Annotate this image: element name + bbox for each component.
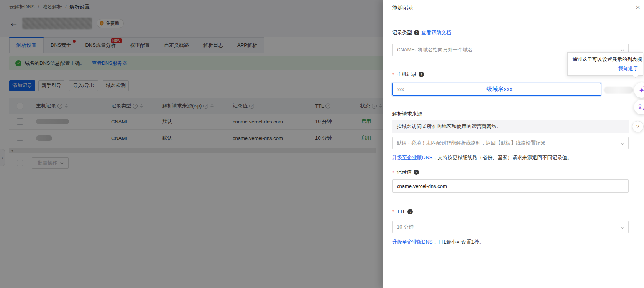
drawer-title: 添加记录 — [392, 4, 414, 11]
tooltip-confirm-link[interactable]: 我知道了 — [618, 65, 638, 72]
chevron-down-icon — [621, 48, 624, 51]
record-value-label-text: 记录值 — [397, 169, 412, 176]
drawer-header: 添加记录 × — [383, 0, 644, 16]
add-record-drawer: 添加记录 × 记录类型 ? 查看帮助文档 CNAME- 将域名指向另外一个域名 … — [383, 0, 644, 288]
dns-console-page: 云解析DNS/域名解析/解析设置 ← 免费版 解析设置 DNS安全 DNS流量分… — [0, 0, 644, 288]
translate-icon: 文A — [637, 103, 644, 111]
record-value-input[interactable]: cname.vercel-dns.com — [392, 179, 629, 193]
close-icon[interactable]: × — [636, 3, 640, 12]
isp-upgrade-note: 升级至企业版DNS，支持按更精细线路（省份、国家）请求来源返回不同记录值。 — [392, 154, 572, 161]
record-type-value: CNAME- 将域名指向另外一个域名 — [397, 46, 473, 53]
record-type-label: 记录类型 ? 查看帮助文档 — [392, 29, 451, 36]
host-record-label: * 主机记录 ? — [392, 71, 424, 78]
host-record-input[interactable]: xxx 二级域名xxx — [392, 83, 601, 96]
upgrade-enterprise-dns-link[interactable]: 升级至企业版DNS — [392, 155, 432, 160]
question-icon: ? — [636, 123, 639, 130]
column-settings-tooltip: 通过这里可以设置展示的列表项 我知道了 — [567, 52, 643, 76]
ttl-label-text: TTL — [397, 209, 406, 214]
ttl-upgrade-note: 升级至企业版DNS，TTL最小可设置1秒。 — [392, 239, 484, 245]
host-record-ime-hint: 二级域名xxx — [393, 86, 601, 93]
ttl-select[interactable]: 10 分钟 — [392, 221, 629, 233]
tooltip-text: 通过这里可以设置展示的列表项 — [572, 56, 638, 63]
chevron-down-icon — [621, 225, 624, 229]
help-icon[interactable]: ? — [414, 30, 419, 35]
view-help-doc-link[interactable]: 查看帮助文档 — [421, 29, 451, 36]
generate-suggestion-redacted — [604, 87, 633, 94]
isp-source-description: 指域名访问者所在的地区和使用的运营商网络。 — [392, 120, 629, 133]
required-asterisk: * — [392, 209, 394, 214]
record-value-text: cname.vercel-dns.com — [397, 183, 447, 189]
upgrade-enterprise-dns-link[interactable]: 升级至企业版DNS — [392, 239, 432, 245]
isp-line-select[interactable]: 默认 - 必填！未匹配到智能解析线路时，返回【默认】线路设置结果 — [392, 137, 629, 149]
help-icon[interactable]: ? — [407, 209, 413, 214]
record-type-label-text: 记录类型 — [392, 29, 412, 36]
isp-source-label: 解析请求来源 — [392, 110, 422, 117]
isp-source-label-text: 解析请求来源 — [392, 110, 422, 117]
help-float-button[interactable]: ? — [632, 121, 644, 132]
required-asterisk: * — [392, 72, 394, 77]
chevron-down-icon — [621, 141, 624, 145]
drawer-mask-overlay[interactable] — [0, 0, 383, 288]
ttl-value: 10 分钟 — [397, 224, 414, 230]
isp-upgrade-note-text: ，支持按更精细线路（省份、国家）请求来源返回不同记录值。 — [432, 155, 572, 160]
sparkle-icon: ✦ — [642, 85, 644, 89]
help-icon[interactable]: ? — [419, 72, 424, 77]
required-asterisk: * — [392, 170, 394, 175]
host-record-label-text: 主机记录 — [397, 71, 417, 78]
ttl-upgrade-note-text: ，TTL最小可设置1秒。 — [432, 239, 484, 245]
record-value-label: * 记录值 ? — [392, 169, 419, 176]
ttl-label: * TTL ? — [392, 209, 413, 214]
isp-line-value: 默认 - 必填！未匹配到智能解析线路时，返回【默认】线路设置结果 — [397, 140, 546, 146]
help-icon[interactable]: ? — [414, 170, 419, 175]
